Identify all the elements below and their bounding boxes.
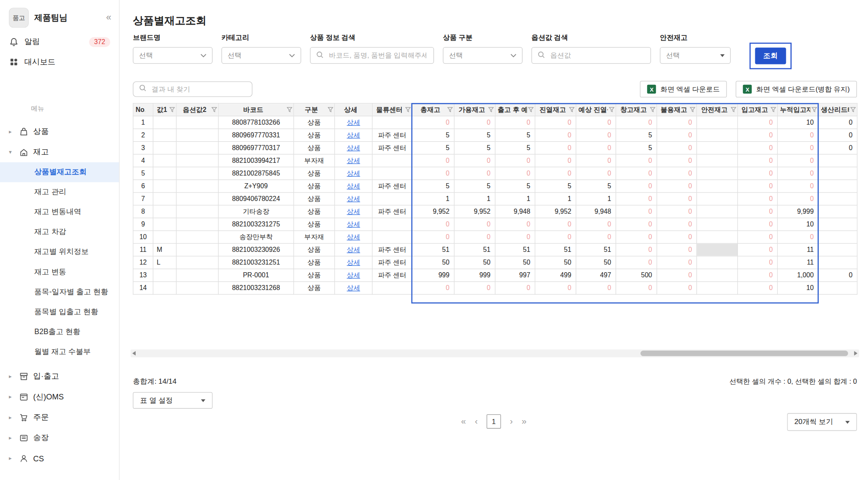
table-cell[interactable]: 0 [616, 167, 657, 180]
current-page-button[interactable]: 1 [487, 414, 501, 429]
table-cell[interactable]: 0 [737, 282, 777, 294]
table-cell[interactable]: 0 [616, 243, 657, 256]
table-cell[interactable]: 0 [495, 282, 535, 294]
table-cell[interactable] [697, 218, 738, 231]
table-cell[interactable]: 51 [412, 243, 454, 256]
table-cell[interactable]: 0 [657, 129, 697, 142]
table-cell[interactable]: 51 [495, 243, 535, 256]
detail-link[interactable]: 상세 [347, 131, 360, 139]
table-cell[interactable] [697, 243, 738, 256]
brand-select[interactable]: 선택 [133, 47, 212, 64]
table-cell[interactable] [697, 231, 738, 243]
filter-icon[interactable] [812, 107, 817, 112]
table-cell[interactable]: 0 [777, 193, 818, 205]
table-cell[interactable]: 0 [495, 154, 535, 167]
category-select[interactable]: 선택 [221, 47, 301, 64]
detail-link[interactable]: 상세 [347, 118, 360, 126]
prev-page-button[interactable]: ‹ [475, 417, 478, 426]
table-cell[interactable]: 10 [777, 282, 818, 294]
table-cell[interactable]: 0 [495, 116, 535, 129]
sidebar-group-inout[interactable]: ▸ 입·출고 [0, 366, 119, 386]
table-cell[interactable]: 0 [495, 231, 535, 243]
table-cell[interactable] [697, 205, 738, 218]
filter-icon[interactable] [609, 107, 615, 112]
table-cell[interactable]: 0 [412, 231, 454, 243]
table-cell[interactable]: 0 [657, 116, 697, 129]
filter-icon[interactable] [405, 107, 411, 112]
table-cell[interactable]: 999 [454, 269, 495, 282]
detail-link[interactable]: 상세 [347, 258, 360, 266]
table-cell[interactable]: 9,999 [777, 205, 818, 218]
table-cell[interactable]: 0 [737, 243, 777, 256]
table-cell[interactable] [818, 243, 857, 256]
table-cell[interactable]: 0 [616, 256, 657, 269]
table-cell[interactable]: 1 [454, 193, 495, 205]
query-button[interactable]: 조회 [755, 47, 786, 64]
sidebar-item-notifications[interactable]: 알림 372 [0, 32, 119, 52]
table-cell[interactable]: 0 [657, 243, 697, 256]
table-cell[interactable]: 0 [657, 282, 697, 294]
table-cell[interactable]: 5 [454, 180, 495, 193]
filter-icon[interactable] [731, 107, 736, 112]
table-cell[interactable]: 0 [535, 231, 576, 243]
detail-link[interactable]: 상세 [347, 284, 360, 291]
table-cell[interactable]: 0 [737, 167, 777, 180]
table-cell[interactable]: 0 [737, 205, 777, 218]
sidebar-item-outbound-by-item-date[interactable]: 품목-일자별 출고 현황 [0, 282, 119, 302]
table-cell[interactable] [697, 167, 738, 180]
table-cell[interactable]: 0 [657, 142, 697, 154]
table-cell[interactable]: 0 [576, 282, 616, 294]
product-search-input[interactable] [328, 51, 428, 60]
table-cell[interactable] [818, 154, 857, 167]
table-cell[interactable]: 5 [535, 180, 576, 193]
table-cell[interactable]: 0 [616, 282, 657, 294]
detail-link[interactable]: 상세 [347, 246, 360, 253]
table-cell[interactable]: 9,952 [412, 205, 454, 218]
table-cell[interactable]: 0 [535, 116, 576, 129]
table-cell[interactable] [697, 256, 738, 269]
safety-stock-select[interactable]: 선택 [660, 47, 731, 64]
table-cell[interactable]: 1,000 [777, 269, 818, 282]
table-cell[interactable]: 497 [576, 269, 616, 282]
last-page-button[interactable]: » [522, 417, 527, 426]
table-cell[interactable]: 9,952 [535, 205, 576, 218]
table-cell[interactable]: 0 [657, 218, 697, 231]
table-cell[interactable]: 5 [495, 142, 535, 154]
sidebar-item-inventory-deduction[interactable]: 재고 차감 [0, 222, 119, 242]
table-cell[interactable]: 5 [412, 180, 454, 193]
table-cell[interactable]: 5 [576, 180, 616, 193]
table-cell[interactable] [818, 218, 857, 231]
table-cell[interactable]: 0 [616, 218, 657, 231]
table-cell[interactable]: 51 [454, 243, 495, 256]
table-cell[interactable]: 0 [454, 282, 495, 294]
filter-icon[interactable] [850, 107, 856, 112]
table-cell[interactable]: 5 [616, 142, 657, 154]
option-search-field[interactable] [531, 47, 651, 64]
detail-link[interactable]: 상세 [347, 195, 360, 202]
table-cell[interactable]: 0 [737, 269, 777, 282]
detail-link[interactable]: 상세 [347, 156, 360, 164]
table-cell[interactable] [818, 282, 857, 294]
table-cell[interactable]: 51 [535, 243, 576, 256]
filter-icon[interactable] [447, 107, 453, 112]
table-cell[interactable] [697, 116, 738, 129]
table-cell[interactable]: 0 [737, 116, 777, 129]
detail-link[interactable]: 상세 [347, 220, 360, 228]
table-cell[interactable]: 50 [495, 256, 535, 269]
table-cell[interactable]: 0 [616, 154, 657, 167]
table-cell[interactable]: 10 [777, 116, 818, 129]
table-cell[interactable]: 0 [616, 205, 657, 218]
table-cell[interactable]: 0 [777, 180, 818, 193]
table-cell[interactable]: 500 [616, 269, 657, 282]
first-page-button[interactable]: « [461, 417, 466, 426]
table-cell[interactable]: 999 [412, 269, 454, 282]
table-cell[interactable]: 50 [576, 256, 616, 269]
table-cell[interactable]: 1 [412, 193, 454, 205]
sidebar-item-inout-by-item[interactable]: 품목별 입출고 현황 [0, 302, 119, 322]
next-page-button[interactable]: › [510, 417, 513, 426]
table-cell[interactable]: 5 [495, 129, 535, 142]
table-cell[interactable]: 5 [454, 142, 495, 154]
table-cell[interactable]: 0 [657, 167, 697, 180]
table-cell[interactable]: 0 [412, 167, 454, 180]
table-cell[interactable] [697, 193, 738, 205]
